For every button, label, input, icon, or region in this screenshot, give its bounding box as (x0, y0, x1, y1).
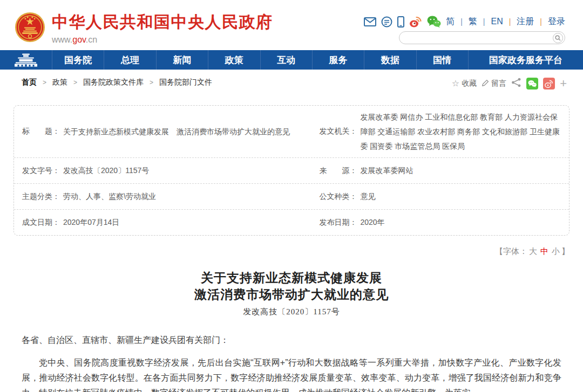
meta-value-written-date: 2020年07月14日 (63, 215, 119, 230)
font-selector-prefix: 【字体： (495, 246, 527, 256)
national-emblem-icon (15, 12, 45, 45)
breadcrumb-policy[interactable]: 政策 (52, 78, 67, 87)
meta-value-issuing-agency: 发展改革委 网信办 工业和信息化部 教育部 人力资源社会保障部 交通运输部 农业… (360, 110, 562, 154)
breadcrumb: 首页 > 政策 > 国务院政策文件库 > 国务院部门文件 (22, 78, 212, 87)
meta-label-subject-category: 主题分类： (22, 192, 60, 202)
header-quick-links: 简 | 繁 | EN | 注册 | 登录 (364, 16, 565, 27)
nav-item-interact[interactable]: 互动 (260, 50, 312, 70)
meta-label-doc-number: 发文字号： (22, 166, 60, 176)
meta-label-written-date: 成文日期： (22, 218, 60, 228)
pencil-icon (482, 79, 489, 88)
breadcrumb-separator: > (73, 79, 77, 86)
register-link[interactable]: 注册 (517, 16, 534, 27)
comment-icon[interactable] (381, 16, 392, 27)
nav-item-state-council[interactable]: 国务院 (52, 50, 104, 70)
star-icon: ☆ (452, 79, 459, 88)
meta-label-publish-date: 发布日期： (319, 218, 357, 228)
site-header: 中华人民共和国中央人民政府 www.gov.cn (0, 0, 583, 50)
meta-value-title: 关于支持新业态新模式健康发展 激活消费市场带动扩大就业的意见 (63, 125, 290, 139)
meta-label-issuing-agency: 发文机关： (319, 127, 357, 136)
breadcrumb-separator: > (150, 79, 153, 86)
main-nav: 国务院 总理 新闻 政策 互动 服务 数据 国情 国家政务服务平台 (0, 50, 583, 70)
article-title: 关于支持新业态新模式健康发展 激活消费市场带动扩大就业的意见 (22, 270, 561, 303)
separator: | (540, 17, 542, 26)
site-url-cn: .cn (86, 35, 97, 44)
share-icon[interactable] (511, 78, 521, 90)
breadcrumb-department-documents[interactable]: 国务院部门文件 (159, 78, 212, 87)
lang-simplified-link[interactable]: 简 (446, 16, 455, 27)
favorite-button[interactable]: ☆ 收藏 (452, 79, 477, 88)
font-size-small-button[interactable]: 小 (552, 246, 560, 256)
article-doc-number: 发改高技〔2020〕1157号 (22, 307, 561, 317)
nav-home-tiananmen-icon[interactable] (0, 50, 52, 70)
search-input[interactable] (406, 33, 553, 43)
meta-row-title-agency: 标 题： 关于支持新业态新模式健康发展 激活消费市场带动扩大就业的意见 发文机关… (14, 106, 569, 158)
meta-value-source: 发展改革委网站 (360, 163, 413, 178)
font-selector-suffix: 】 (561, 246, 570, 256)
meta-value-doc-number: 发改高技〔2020〕1157号 (63, 163, 149, 178)
site-url-gov: gov (72, 35, 86, 44)
meta-row-category-doctype: 主题分类： 劳动、人事、监察\劳动就业 公文种类： 意见 (14, 184, 569, 210)
nav-item-gov-service-platform[interactable]: 国家政务服务平台 (468, 50, 583, 70)
breadcrumb-separator: > (43, 79, 46, 86)
article: 关于支持新业态新模式健康发展 激活消费市场带动扩大就业的意见 发改高技〔2020… (0, 270, 583, 392)
article-paragraph: 党中央、国务院高度重视数字经济发展，先后出台实施“互联网+”行动和大数据战略等一… (22, 355, 561, 392)
meta-value-publish-date: 2020年 (360, 215, 384, 230)
article-title-line1: 关于支持新业态新模式健康发展 (22, 270, 561, 286)
mail-icon[interactable] (364, 17, 376, 26)
breadcrumb-policy-library[interactable]: 国务院政策文件库 (83, 78, 144, 87)
meta-row-dates: 成文日期： 2020年07月14日 发布日期： 2020年 (14, 210, 569, 235)
search-bar[interactable] (399, 31, 565, 44)
lang-english-link[interactable]: EN (491, 17, 503, 26)
breadcrumb-home[interactable]: 首页 (22, 78, 37, 87)
meta-value-subject-category: 劳动、人事、监察\劳动就业 (63, 189, 156, 204)
mobile-icon[interactable] (397, 16, 404, 27)
message-label: 留言 (491, 79, 506, 88)
page-actions: ☆ 收藏 留言 (452, 78, 567, 90)
nav-item-news[interactable]: 新闻 (156, 50, 208, 70)
nav-item-national-conditions[interactable]: 国情 (416, 50, 468, 70)
favorite-label: 收藏 (462, 79, 477, 88)
separator: | (509, 17, 511, 26)
message-button[interactable]: 留言 (482, 79, 506, 88)
article-title-line2: 激活消费市场带动扩大就业的意见 (22, 286, 561, 303)
nav-item-data[interactable]: 数据 (364, 50, 416, 70)
font-size-medium-button[interactable]: 中 (540, 246, 548, 256)
meta-row-docnumber-source: 发文字号： 发改高技〔2020〕1157号 来 源： 发展改革委网站 (14, 158, 569, 184)
site-url-www: www. (52, 35, 72, 44)
share-wechat-icon[interactable] (526, 78, 538, 90)
site-title: 中华人民共和国中央人民政府 (52, 11, 273, 33)
lang-traditional-link[interactable]: 繁 (469, 16, 477, 27)
site-url[interactable]: www.gov.cn (52, 35, 273, 45)
login-link[interactable]: 登录 (548, 16, 565, 27)
plus-icon[interactable]: + (560, 78, 567, 90)
nav-item-services[interactable]: 服务 (312, 50, 364, 70)
weibo-icon[interactable] (409, 16, 422, 27)
separator: | (460, 17, 463, 26)
separator: | (483, 17, 485, 26)
meta-label-title: 标 题： (22, 127, 60, 136)
breadcrumb-bar: 首页 > 政策 > 国务院政策文件库 > 国务院部门文件 ☆ 收藏 留言 (0, 70, 583, 97)
font-size-large-button[interactable]: 大 (529, 246, 537, 256)
wechat-icon[interactable] (427, 16, 441, 27)
meta-value-doc-type: 意见 (360, 189, 375, 204)
search-icon[interactable] (553, 33, 563, 43)
font-size-selector: 【字体：大中小】 (13, 246, 570, 257)
meta-label-source: 来 源： (319, 166, 357, 176)
nav-item-policy[interactable]: 政策 (208, 50, 260, 70)
site-brand[interactable]: 中华人民共和国中央人民政府 www.gov.cn (15, 11, 273, 45)
share-weibo-icon[interactable] (543, 78, 555, 90)
nav-item-premier[interactable]: 总理 (104, 50, 155, 70)
document-meta-table: 标 题： 关于支持新业态新模式健康发展 激活消费市场带动扩大就业的意见 发文机关… (13, 105, 570, 236)
meta-label-doc-type: 公文种类： (319, 192, 357, 202)
article-salutation: 各省、自治区、直辖市、新疆生产建设兵团有关部门： (22, 335, 561, 346)
